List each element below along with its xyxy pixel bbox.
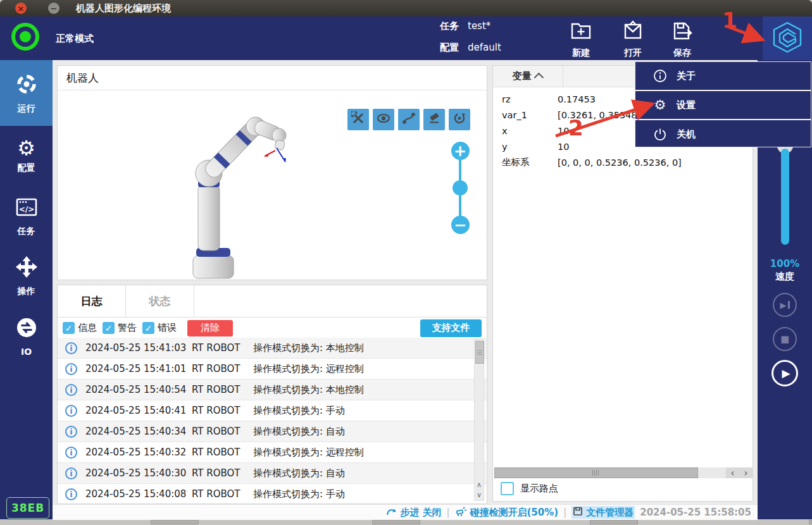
- log-row[interactable]: i 2024-05-25 15:41:01 RT ROBOT 操作模式切换为: …: [58, 359, 487, 380]
- log-time: 2024-05-25 15:41:01: [85, 363, 192, 374]
- log-time: 2024-05-25 15:40:32: [85, 447, 192, 458]
- support-file-button[interactable]: 支持文件: [420, 319, 482, 337]
- new-task-button[interactable]: 新建: [558, 19, 604, 59]
- visibility-button[interactable]: [373, 109, 394, 130]
- window-close-button[interactable]: ×: [15, 3, 27, 14]
- log-scrollbar-thumb[interactable]: [475, 341, 484, 364]
- scroll-down-icon[interactable]: ∨: [475, 490, 484, 500]
- code-window-icon: </>: [15, 195, 39, 221]
- config-value: default: [468, 42, 501, 54]
- open-task-button[interactable]: 打开: [610, 19, 656, 59]
- rotate-view-button[interactable]: [449, 109, 470, 130]
- scroll-up-icon[interactable]: ∧: [475, 479, 484, 490]
- task-value: test*: [468, 20, 490, 32]
- zoom-slider-handle[interactable]: [453, 180, 468, 195]
- tab-log[interactable]: 日志: [58, 285, 126, 317]
- path-button[interactable]: [398, 109, 420, 130]
- window-minimize-button[interactable]: −: [48, 3, 59, 14]
- filter-error-checkbox[interactable]: ✓ 错误: [142, 322, 177, 334]
- log-message: 操作模式切换为: 自动: [253, 426, 345, 438]
- checkbox-unchecked-icon: [501, 482, 514, 495]
- zoom-track-lower[interactable]: [459, 195, 461, 216]
- variable-value: [0, 0, 0, 0.5236, 0.5236, 0]: [558, 158, 682, 168]
- zoom-out-button[interactable]: −: [451, 216, 470, 234]
- scroll-right-icon[interactable]: ›: [739, 467, 753, 478]
- zoom-in-button[interactable]: +: [451, 142, 470, 160]
- speed-percent: 100%: [758, 258, 812, 269]
- new-button-label: 新建: [572, 47, 590, 59]
- status-bar: 步进 关闭 | 碰撞检测开启(50%) | 文件管理器 2024-05-25 1…: [53, 504, 758, 520]
- menu-item-shutdown[interactable]: 关机: [635, 119, 811, 148]
- open-file-icon: [621, 19, 645, 46]
- log-source: RT ROBOT: [192, 488, 253, 500]
- menu-item-settings[interactable]: ⚙ 设置: [635, 90, 811, 119]
- variable-name: 坐标系: [493, 156, 558, 168]
- log-row[interactable]: i 2024-05-25 15:40:54 RT ROBOT 操作模式切换为: …: [58, 380, 487, 400]
- minimize-icon: −: [51, 4, 58, 13]
- log-time: 2024-05-25 15:40:30: [85, 467, 192, 479]
- log-row[interactable]: i 2024-05-25 15:40:41 RT ROBOT 操作模式切换为: …: [58, 400, 487, 421]
- task-row: 任务 test*: [440, 20, 490, 32]
- sidebar-item-config[interactable]: ⚙ 配置: [0, 126, 53, 186]
- log-panel: 日志 状态 ✓ 信息 ✓ 警告 ✓ 错误 清除 支持文件 i 2024-05-2…: [57, 285, 487, 504]
- log-list: i 2024-05-25 15:41:03 RT ROBOT 操作模式切换为: …: [58, 338, 487, 501]
- sidebar-item-task[interactable]: </> 任务: [0, 186, 53, 246]
- check-icon: ✓: [103, 322, 115, 334]
- collision-robot-icon: [455, 506, 467, 519]
- tools-icon: [351, 111, 365, 128]
- variable-name: x: [493, 126, 558, 136]
- log-row[interactable]: i 2024-05-25 15:40:34 RT ROBOT 操作模式切换为: …: [58, 421, 487, 442]
- log-source: RT ROBOT: [192, 405, 253, 416]
- hscroll-thumb[interactable]: [494, 467, 698, 478]
- status-divider: |: [446, 507, 449, 518]
- sidebar-item-run[interactable]: 运行: [0, 60, 53, 126]
- show-waypoints-checkbox[interactable]: 显示路点: [501, 482, 558, 495]
- app-menu-button[interactable]: [763, 16, 812, 60]
- log-scrollbar[interactable]: ∧ ∨: [474, 339, 484, 501]
- log-source: RT ROBOT: [192, 447, 253, 458]
- log-message: 操作模式切换为: 自动: [253, 467, 345, 479]
- filter-info-checkbox[interactable]: ✓ 信息: [63, 322, 97, 334]
- collision-detection-toggle[interactable]: 碰撞检测开启(50%): [455, 506, 559, 519]
- play-button[interactable]: ▶: [771, 360, 798, 386]
- speed-slider-track[interactable]: [781, 149, 789, 245]
- task-label: 任务: [440, 20, 459, 32]
- tools-button[interactable]: [347, 109, 369, 130]
- stop-button[interactable]: ■: [773, 327, 797, 351]
- filter-info-label: 信息: [78, 322, 97, 334]
- tab-status[interactable]: 状态: [126, 285, 194, 317]
- scroll-left-icon[interactable]: ‹: [726, 467, 739, 478]
- menu-item-about[interactable]: 关于: [635, 62, 811, 90]
- gear-icon: ⚙: [17, 138, 35, 158]
- sidebar-task-label: 任务: [18, 226, 35, 237]
- file-manager-button[interactable]: 文件管理器: [572, 506, 635, 519]
- log-message: 操作模式切换为: 手动: [253, 488, 345, 500]
- log-tabs: 日志 状态: [58, 285, 487, 318]
- close-icon: ×: [18, 4, 25, 13]
- info-icon: i: [65, 426, 77, 438]
- log-row[interactable]: i 2024-05-25 15:40:30 RT ROBOT 操作模式切换为: …: [58, 463, 487, 484]
- log-row[interactable]: i 2024-05-25 15:41:03 RT ROBOT 操作模式切换为: …: [58, 338, 487, 359]
- menu-about-label: 关于: [677, 70, 696, 82]
- step-arrow-icon: [386, 507, 397, 519]
- sidebar-run-label: 运行: [18, 103, 35, 114]
- step-mode-toggle[interactable]: 步进 关闭: [386, 507, 441, 519]
- variables-horizontal-scrollbar[interactable]: ‹ ›: [494, 467, 753, 478]
- filter-error-label: 错误: [158, 322, 177, 334]
- sidebar-item-operate[interactable]: 操作: [0, 246, 53, 306]
- erase-button[interactable]: [423, 109, 445, 130]
- desktop-background-strip: [0, 520, 812, 525]
- log-row[interactable]: i 2024-05-25 15:40:08 RT ROBOT 操作模式切换为: …: [58, 484, 487, 501]
- move-arrows-icon: [15, 255, 39, 281]
- zoom-track-upper[interactable]: [459, 160, 461, 180]
- log-row[interactable]: i 2024-05-25 15:40:32 RT ROBOT 操作模式切换为: …: [58, 442, 487, 463]
- step-forward-button[interactable]: ▶: [773, 293, 797, 317]
- clear-log-button[interactable]: 清除: [187, 320, 233, 337]
- variables-header-cell[interactable]: 变量: [493, 66, 563, 87]
- open-button-label: 打开: [624, 47, 642, 59]
- filter-warning-checkbox[interactable]: ✓ 警告: [103, 322, 137, 334]
- save-task-button[interactable]: 保存: [659, 19, 705, 59]
- filter-warning-label: 警告: [118, 322, 137, 334]
- sidebar-item-io[interactable]: IO: [0, 306, 53, 366]
- run-target-icon: [15, 72, 39, 99]
